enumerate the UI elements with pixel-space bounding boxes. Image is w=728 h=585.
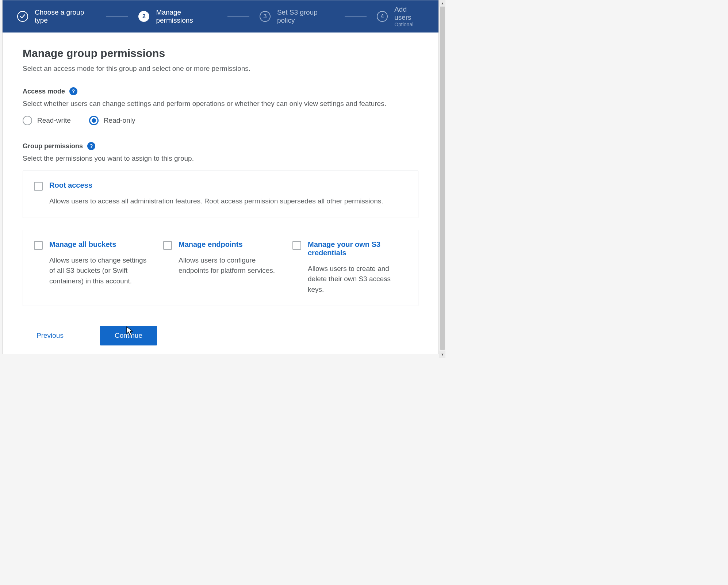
group-permissions-label-text: Group permissions [23, 142, 83, 150]
step-connector [106, 16, 128, 17]
radio-label: Read-write [37, 116, 71, 125]
help-icon[interactable]: ? [87, 142, 95, 150]
radio-icon [23, 116, 32, 125]
perm-title[interactable]: Manage all buckets [49, 240, 149, 249]
step-manage-permissions[interactable]: 2 Manage permissions [138, 8, 217, 24]
step-sublabel: Optional [394, 22, 424, 27]
step-label: Set S3 group policy [277, 8, 334, 24]
previous-button[interactable]: Previous [37, 332, 64, 340]
perm-manage-all-buckets: Manage all buckets Allows users to chang… [34, 240, 149, 295]
wizard-stepper: Choose a group type 2 Manage permissions… [3, 0, 438, 32]
perm-title[interactable]: Manage your own S3 credentials [308, 240, 407, 257]
perm-manage-endpoints: Manage endpoints Allows users to configu… [163, 240, 278, 295]
radio-read-write[interactable]: Read-write [23, 116, 71, 125]
group-permissions-label: Group permissions ? [23, 142, 418, 150]
step-label: Add users [394, 5, 424, 22]
scroll-thumb[interactable] [440, 7, 445, 350]
page-subtitle: Select an access mode for this group and… [23, 65, 418, 73]
step-number-icon: 2 [138, 11, 149, 22]
radio-label: Read-only [104, 116, 135, 125]
help-icon[interactable]: ? [69, 87, 77, 95]
access-mode-radio-group: Read-write Read-only [23, 116, 418, 125]
radio-read-only[interactable]: Read-only [89, 116, 135, 125]
access-mode-label-text: Access mode [23, 88, 65, 95]
perm-desc: Allows users to access all administratio… [49, 196, 407, 207]
perm-title[interactable]: Manage endpoints [179, 240, 278, 249]
step-label: Choose a group type [35, 8, 96, 24]
step-connector [345, 16, 367, 17]
checkbox-root-access[interactable] [34, 182, 43, 191]
perm-desc: Allows users to change settings of all S… [49, 255, 149, 287]
vertical-scrollbar[interactable]: ▲ ▼ [439, 0, 445, 358]
access-mode-label: Access mode ? [23, 87, 418, 95]
perm-title[interactable]: Root access [49, 181, 407, 190]
step-choose-group-type[interactable]: Choose a group type [17, 8, 96, 24]
perm-root-access: Root access Allows users to access all a… [34, 181, 407, 207]
checkbox-manage-endpoints[interactable] [163, 241, 172, 250]
step-number-icon: 4 [377, 11, 388, 22]
perm-manage-own-s3-credentials: Manage your own S3 credentials Allows us… [292, 240, 407, 295]
step-add-users[interactable]: 4 Add users Optional [377, 5, 424, 27]
main-content: Manage group permissions Select an acces… [3, 32, 438, 354]
perm-card-options: Manage all buckets Allows users to chang… [23, 230, 418, 306]
checkbox-manage-own-s3-credentials[interactable] [292, 241, 301, 250]
step-connector [227, 16, 249, 17]
wizard-button-row: Previous Continue [37, 326, 418, 345]
access-mode-desc: Select whether users can change settings… [23, 100, 418, 108]
step-label: Manage permissions [156, 8, 217, 24]
checkbox-manage-all-buckets[interactable] [34, 241, 43, 250]
continue-button[interactable]: Continue [100, 326, 157, 345]
page-title: Manage group permissions [23, 47, 418, 60]
group-permissions-desc: Select the permissions you want to assig… [23, 154, 418, 162]
scroll-up-arrow-icon[interactable]: ▲ [439, 0, 445, 7]
check-icon [17, 11, 28, 22]
perm-desc: Allows users to create and delete their … [308, 264, 407, 295]
radio-icon [89, 116, 99, 125]
step-number-icon: 3 [260, 11, 271, 22]
scroll-down-arrow-icon[interactable]: ▼ [439, 351, 445, 358]
step-set-s3-policy[interactable]: 3 Set S3 group policy [260, 8, 334, 24]
perm-desc: Allows users to configure endpoints for … [179, 255, 278, 276]
perm-card-root: Root access Allows users to access all a… [23, 171, 418, 218]
